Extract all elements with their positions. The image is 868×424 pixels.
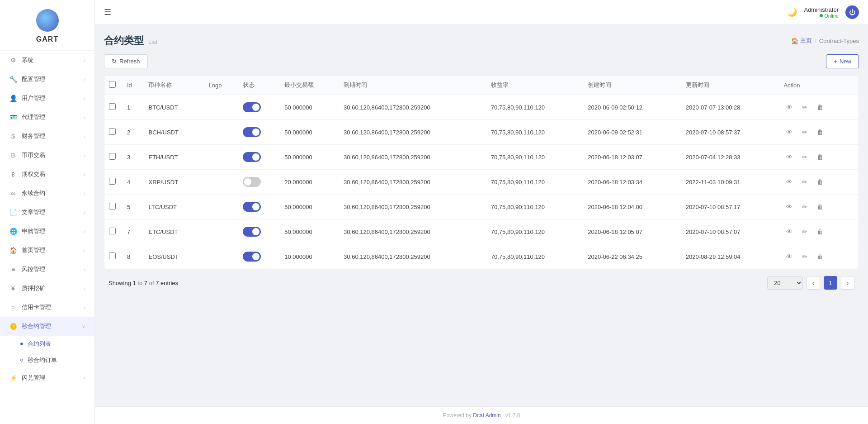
row-logo-3: [204, 170, 238, 195]
delete-icon-6[interactable]: 🗑: [814, 251, 826, 262]
sidebar-item-second[interactable]: 🪙 秒合约管理 ∨: [0, 317, 94, 336]
row-profit-1: 70,75,80,90,110,120: [486, 120, 583, 145]
delete-icon-0[interactable]: 🗑: [814, 101, 826, 113]
sidebar-item-perpetual[interactable]: ∞ 永续合约 ›: [0, 184, 94, 203]
sidebar-item-home[interactable]: 🏠 首页管理 ›: [0, 241, 94, 260]
row-profit-0: 70,75,80,90,110,120: [486, 95, 583, 120]
sidebar-item-subscribe[interactable]: 🌐 申购管理 ›: [0, 222, 94, 241]
status-toggle-0[interactable]: [243, 102, 261, 112]
table-row: 7 ETC/USDT 50.000000 30,60,120,86400,172…: [104, 219, 859, 244]
chevron-down-icon: ∨: [82, 324, 85, 329]
dark-mode-icon[interactable]: 🌙: [787, 7, 797, 17]
page-1-button[interactable]: 1: [824, 276, 837, 290]
delete-icon-5[interactable]: 🗑: [814, 226, 826, 238]
hamburger-icon[interactable]: ☰: [104, 7, 111, 17]
edit-icon-3[interactable]: ✏: [799, 176, 811, 188]
status-toggle-1[interactable]: [243, 127, 261, 137]
main-area: ☰ 🌙 Administrator Online ⏻ 合约类型 List: [95, 0, 868, 424]
power-button[interactable]: ⏻: [845, 5, 859, 19]
row-profit-2: 70,75,80,90,110,120: [486, 145, 583, 170]
chevron-right-icon: ›: [84, 267, 85, 272]
footer-link[interactable]: Dcat Admin: [473, 412, 500, 419]
view-icon-1[interactable]: 👁: [783, 126, 795, 138]
sidebar-item-flash[interactable]: ⚡ 闪兑管理 ›: [0, 368, 94, 387]
view-icon-4[interactable]: 👁: [783, 201, 795, 213]
row-select-4[interactable]: [109, 203, 116, 210]
sidebar-item-content[interactable]: 📄 文章管理 ›: [0, 203, 94, 222]
delete-icon-3[interactable]: 🗑: [814, 176, 826, 188]
sidebar-subitem-contract-list[interactable]: 合约列表: [0, 336, 94, 352]
row-select-1[interactable]: [109, 128, 116, 135]
table-row: 5 LTC/USDT 50.000000 30,60,120,86400,172…: [104, 195, 859, 219]
status-toggle-2[interactable]: [243, 152, 261, 162]
pagination-controls: 10 20 50 100 ‹ 1 ›: [767, 276, 854, 290]
sidebar-item-risk[interactable]: ≡ 风控管理 ›: [0, 260, 94, 279]
delete-icon-4[interactable]: 🗑: [814, 201, 826, 213]
topbar: ☰ 🌙 Administrator Online ⏻: [95, 0, 868, 25]
delete-icon-1[interactable]: 🗑: [814, 126, 826, 138]
refresh-button[interactable]: ↻ Refresh: [104, 54, 148, 68]
edit-icon-0[interactable]: ✏: [799, 101, 811, 113]
row-select-0[interactable]: [109, 103, 116, 110]
refresh-icon: ↻: [112, 58, 117, 65]
edit-icon-6[interactable]: ✏: [799, 251, 811, 262]
sidebar-label-system: 系统: [22, 56, 33, 64]
sub-label-second-orders: 秒合约订单: [28, 356, 57, 364]
row-actions-1: 👁 ✏ 🗑: [779, 120, 859, 145]
sidebar-item-finance[interactable]: $ 财务管理 ›: [0, 127, 94, 146]
sidebar-item-users[interactable]: 👤 用户管理 ›: [0, 89, 94, 108]
sidebar-label-content: 文章管理: [22, 208, 45, 216]
edit-icon-5[interactable]: ✏: [799, 226, 811, 238]
view-icon-2[interactable]: 👁: [783, 151, 795, 163]
row-name-5: ETC/USDT: [144, 219, 204, 244]
page-size-select[interactable]: 10 20 50 100: [767, 276, 803, 290]
delete-icon-2[interactable]: 🗑: [814, 151, 826, 163]
status-toggle-4[interactable]: [243, 202, 261, 212]
second-icon: 🪙: [9, 322, 17, 330]
sidebar-label-perpetual: 永续合约: [22, 189, 45, 197]
sidebar-item-credit[interactable]: ○ 信用卡管理 ›: [0, 298, 94, 317]
sidebar-subitem-second-orders[interactable]: 秒合约订单: [0, 352, 94, 368]
status-toggle-5[interactable]: [243, 227, 261, 237]
sidebar-item-crypto[interactable]: B 币币交易 ›: [0, 146, 94, 165]
table-row: 8 EOS/USDT 10.000000 30,60,120,86400,172…: [104, 244, 859, 269]
breadcrumb-home[interactable]: 🏠 主页: [791, 37, 812, 45]
toggle-slider-1: [243, 127, 261, 137]
page-title-area: 合约类型 List: [104, 34, 157, 48]
user-info: Administrator Online: [804, 6, 839, 19]
edit-icon-1[interactable]: ✏: [799, 126, 811, 138]
row-select-5[interactable]: [109, 228, 116, 234]
sidebar-item-system[interactable]: ⚙ 系统 ›: [0, 51, 94, 70]
row-expiry-4: 30,60,120,86400,172800,259200: [339, 195, 486, 219]
row-profit-5: 70,75,80,90,110,120: [486, 219, 583, 244]
new-button[interactable]: + New: [826, 54, 859, 68]
table-body: 1 BTC/USDT 50.000000 30,60,120,86400,172…: [104, 95, 859, 269]
next-page-button[interactable]: ›: [841, 276, 854, 290]
sidebar-label-flash: 闪兑管理: [22, 374, 45, 382]
prev-page-button[interactable]: ‹: [807, 276, 820, 290]
row-actions-0: 👁 ✏ 🗑: [779, 95, 859, 120]
select-all-checkbox[interactable]: [109, 81, 116, 88]
view-icon-3[interactable]: 👁: [783, 176, 795, 188]
sidebar-label-risk: 风控管理: [22, 265, 45, 273]
row-select-3[interactable]: [109, 178, 116, 185]
status-toggle-6[interactable]: [243, 252, 261, 262]
view-icon-6[interactable]: 👁: [783, 251, 795, 262]
edit-icon-2[interactable]: ✏: [799, 151, 811, 163]
view-icon-5[interactable]: 👁: [783, 226, 795, 238]
content-area: 合约类型 List 🏠 主页 / Contract-Types ↻ Refres…: [95, 25, 868, 406]
row-select-6[interactable]: [109, 252, 116, 259]
sidebar-item-agents[interactable]: 🪪 代理管理 ›: [0, 108, 94, 127]
sidebar-item-options[interactable]: ₿ 期权交易 ›: [0, 165, 94, 184]
edit-icon-4[interactable]: ✏: [799, 201, 811, 213]
status-dot: [820, 14, 823, 17]
header-min-trade: 最小交易额: [280, 76, 339, 95]
view-icon-0[interactable]: 👁: [783, 101, 795, 113]
row-logo-6: [204, 244, 238, 269]
sidebar-label-config: 配置管理: [22, 75, 45, 83]
sidebar-item-config[interactable]: 🔧 配置管理 ›: [0, 70, 94, 89]
sidebar-item-mining[interactable]: ¥ 质押挖矿 ›: [0, 279, 94, 298]
status-toggle-3[interactable]: [243, 177, 261, 187]
row-select-2[interactable]: [109, 153, 116, 160]
row-logo-1: [204, 120, 238, 145]
